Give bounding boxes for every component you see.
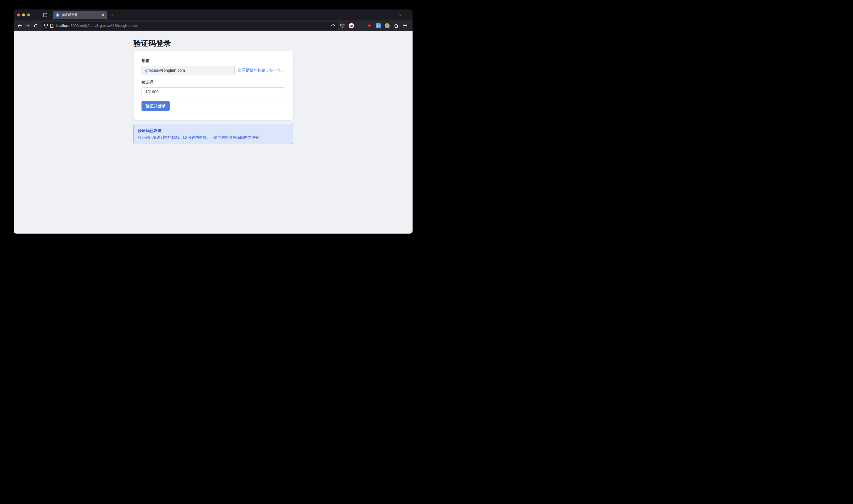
list-all-tabs-icon[interactable] bbox=[398, 10, 402, 20]
verification-code-field[interactable] bbox=[142, 87, 285, 97]
verify-form-card: 邮箱 这不是我的邮箱，换一个。 验证码 验证并登录 bbox=[134, 51, 293, 120]
url-bar[interactable]: localhost:8000/verify?email=gmxiao%40ron… bbox=[41, 22, 338, 30]
kt-extension-icon[interactable]: KT bbox=[374, 21, 383, 30]
tab-close-icon[interactable]: ✕ bbox=[102, 14, 104, 17]
extension-toolbar: uO KT bbox=[338, 21, 410, 30]
email-label: 邮箱 bbox=[142, 58, 285, 64]
browser-window: 验证码登录 ✕ + bbox=[14, 10, 412, 234]
lightning-bolt-icon[interactable] bbox=[356, 21, 365, 30]
bookmark-star-icon[interactable] bbox=[331, 23, 335, 28]
email-field[interactable] bbox=[142, 66, 235, 75]
page-title: 验证码登录 bbox=[134, 38, 171, 49]
close-window-button[interactable] bbox=[17, 14, 20, 16]
new-tab-button[interactable]: + bbox=[111, 13, 113, 18]
alert-body: 验证码已发送到您的邮箱，10 分钟内有效。（请同时检查垃圾邮件文件夹） bbox=[138, 135, 289, 140]
pocket-icon[interactable] bbox=[338, 21, 347, 30]
url-text: localhost:8000/verify?email=gmxiao%40ron… bbox=[56, 24, 138, 28]
forward-icon[interactable] bbox=[24, 22, 32, 30]
menu-hamburger-icon[interactable] bbox=[401, 21, 410, 30]
tab-title: 验证码登录 bbox=[62, 13, 100, 17]
extensions-puzzle-icon[interactable] bbox=[392, 21, 401, 30]
change-email-link[interactable]: 这不是我的邮箱，换一个。 bbox=[237, 68, 285, 73]
tab-verify-login[interactable]: 验证码登录 ✕ bbox=[53, 11, 107, 19]
window-controls bbox=[17, 14, 30, 16]
zoom-window-button[interactable] bbox=[27, 14, 30, 16]
tab-favicon bbox=[56, 13, 59, 17]
ubo-label: uO bbox=[368, 25, 371, 27]
url-host: localhost bbox=[56, 24, 70, 28]
back-icon[interactable] bbox=[16, 22, 24, 30]
page-content: 验证码登录 邮箱 这不是我的邮箱，换一个。 验证码 验证并登录 验证码已发送 验… bbox=[14, 31, 412, 234]
battery-extension-icon[interactable] bbox=[347, 21, 356, 30]
minimize-window-button[interactable] bbox=[22, 14, 25, 16]
tab-bar: 验证码登录 ✕ + bbox=[14, 10, 412, 20]
url-path: :8000/verify?email=gmxiao%40ronglian.com bbox=[70, 24, 138, 28]
code-label: 验证码 bbox=[142, 80, 285, 85]
code-sent-alert: 验证码已发送 验证码已发送到您的邮箱，10 分钟内有效。（请同时检查垃圾邮件文件… bbox=[134, 124, 293, 144]
verify-login-button[interactable]: 验证并登录 bbox=[142, 101, 170, 111]
reload-icon[interactable] bbox=[32, 22, 40, 30]
page-info-icon[interactable] bbox=[50, 24, 54, 28]
navigation-toolbar: localhost:8000/verify?email=gmxiao%40ron… bbox=[14, 20, 412, 31]
ublock-origin-icon[interactable]: uO bbox=[365, 21, 374, 30]
tracking-protection-shield-icon[interactable] bbox=[44, 24, 48, 28]
proxy-extension-icon[interactable] bbox=[383, 21, 392, 30]
firefox-view-icon[interactable] bbox=[42, 13, 48, 17]
alert-title: 验证码已发送 bbox=[138, 128, 289, 133]
